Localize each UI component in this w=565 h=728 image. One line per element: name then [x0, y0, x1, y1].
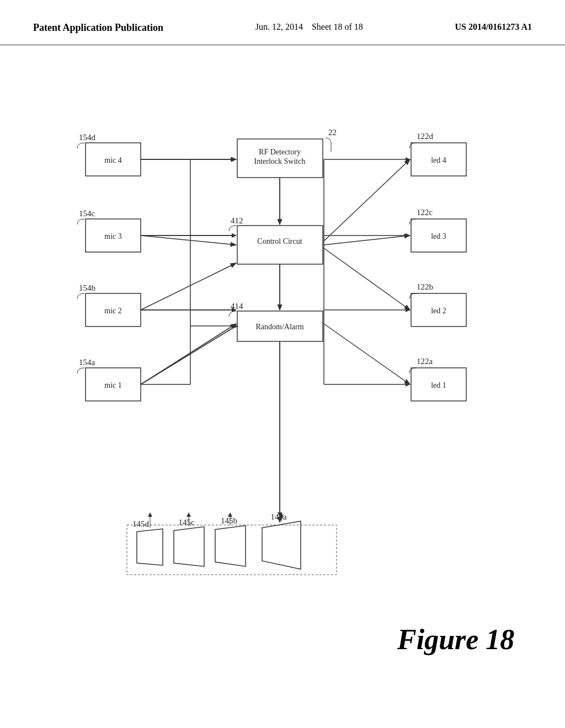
- arr-ctrl1: [232, 233, 236, 238]
- page-header: Patent Application Publication Jun. 12, …: [0, 0, 565, 45]
- led4-ref: 122d: [417, 132, 434, 141]
- publication-title: Patent Application Publication: [33, 22, 163, 34]
- speaker-145a-ref: 145a: [270, 512, 287, 521]
- mic4-ref: 154d: [79, 133, 96, 142]
- speaker-145c-shape: [174, 527, 204, 566]
- date: Jun. 12, 2014: [255, 22, 303, 31]
- led3-text: led 3: [431, 232, 446, 240]
- led1-ref: 122a: [417, 357, 433, 366]
- speaker-145d-ref: 145d: [132, 520, 150, 528]
- figure-label: Figure 18: [397, 624, 514, 655]
- control-to-led2-arrow: [324, 248, 410, 310]
- mic1-line: [141, 326, 236, 384]
- alarm-bracket: [229, 311, 236, 317]
- control-bracket: [229, 226, 236, 231]
- led1-text: led 1: [431, 381, 446, 389]
- led2-ref: 122b: [417, 282, 433, 291]
- arr-spk-c: [186, 512, 191, 517]
- mic2-text: mic 2: [104, 307, 122, 315]
- led3-ref: 122c: [417, 208, 433, 217]
- control-to-led4-arrow: [324, 159, 410, 241]
- alarm-to-led1-arrow: [324, 324, 410, 384]
- control-to-led3-arrow: [324, 235, 410, 245]
- speaker-border: [127, 525, 337, 575]
- mic2-to-control-arrow: [141, 263, 236, 310]
- control-circuit-text1: Control Circut: [257, 237, 302, 245]
- mic3-bracket: [77, 219, 84, 224]
- mic2-bracket: [77, 293, 84, 299]
- arr-ctrl-alarm: [278, 306, 282, 310]
- speaker-145d-shape: [137, 529, 163, 565]
- rf-ref-number: 22: [328, 128, 337, 137]
- rf-bracket: [326, 138, 331, 152]
- arr-rf: [232, 157, 236, 162]
- speaker-145b-shape: [215, 526, 246, 566]
- mic1-text: mic 1: [104, 381, 122, 389]
- arr-spk-b: [228, 512, 232, 517]
- diagram-area: text { font-family: 'Times New Roman', T…: [0, 45, 565, 713]
- speaker-145b-ref: 145b: [221, 516, 237, 525]
- mic2-ref: 154b: [79, 283, 95, 292]
- led2-text: led 2: [431, 307, 446, 315]
- arr-led3: [406, 233, 410, 238]
- led4-text: led 4: [431, 156, 446, 164]
- speaker-145c-ref: 145c: [178, 518, 195, 527]
- mic3-to-control-arrow: [141, 235, 236, 245]
- sheet: Sheet 18 of 18: [312, 22, 363, 31]
- speaker-145a-shape: [262, 521, 301, 569]
- date-sheet: Jun. 12, 2014 Sheet 18 of 18: [255, 22, 363, 32]
- random-alarm-text: Random/Alarm: [255, 323, 303, 331]
- mic3-text: mic 3: [104, 232, 122, 240]
- arr-spk-d: [148, 512, 152, 517]
- arr-rf-ctrl: [278, 220, 282, 224]
- patent-diagram: text { font-family: 'Times New Roman', T…: [0, 45, 565, 713]
- mic1-ref: 154a: [79, 358, 95, 367]
- mic3-ref: 154c: [79, 209, 95, 218]
- mic1-bracket: [77, 368, 84, 373]
- rf-detector-text2: Interlock Switch: [254, 157, 306, 165]
- rf-detector-text1: RF Detectory: [259, 148, 301, 156]
- patent-number: US 2014/0161273 A1: [455, 22, 532, 32]
- mic4-bracket: [77, 143, 84, 148]
- mic4-text: mic 4: [104, 156, 122, 164]
- control-ref-number: 412: [231, 216, 243, 225]
- speaker-145d: 145d: [132, 520, 163, 565]
